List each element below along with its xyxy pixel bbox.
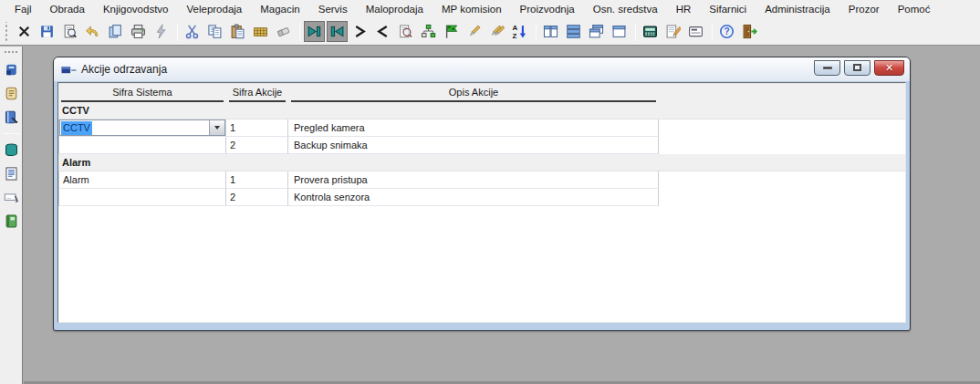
exit-door-button[interactable] [739,21,760,42]
less-button[interactable] [372,21,393,42]
batch-grid-button[interactable] [250,21,271,42]
calculator-button[interactable] [640,21,661,42]
cell-opis-akcije[interactable]: Provera pristupa [288,171,659,189]
cell-opis-akcije[interactable]: Backup snimaka [288,137,659,154]
book-pen-button[interactable] [2,108,21,127]
toolbar-separator [177,23,178,41]
cell-opis-akcije[interactable]: Kontrola senzora [288,189,659,206]
tile-horizontal-button[interactable] [563,21,584,42]
cell-sifra-sistema[interactable]: CCTV [58,119,226,137]
search-page-button[interactable] [395,21,416,42]
document-lines-button[interactable] [2,164,21,183]
new-window-icon [611,24,627,39]
menu-magacin[interactable]: Magacin [251,2,308,16]
window-titlebar[interactable]: Akcije odrzavanja ✕ [54,57,910,81]
window-client-area: Sifra Sistema Sifra Akcije Opis Akcije C… [57,82,906,323]
database-button[interactable] [2,140,21,160]
scroll-button[interactable] [2,84,21,103]
lightning-button[interactable] [151,21,172,42]
cell-sifra-sistema[interactable] [58,189,226,206]
menu-maloprodaja[interactable]: Maloprodaja [357,2,433,16]
menu-administracija[interactable]: Administracija [756,2,839,16]
sistem-combobox[interactable]: CCTV [59,119,225,136]
toolbar-separator [299,23,300,41]
minimize-button[interactable] [814,60,840,76]
record-last-button[interactable] [304,21,325,42]
new-window-button[interactable] [609,21,630,42]
sidebar-grip[interactable] [4,50,18,55]
copy-button[interactable] [204,21,225,42]
pages-blue-button[interactable] [105,21,126,42]
sort-az-button[interactable]: AZ [509,21,530,42]
row-filler [659,171,905,189]
cell-sifra-akcije[interactable]: 2 [226,189,288,206]
menu-proizvodnja[interactable]: Proizvodnja [511,2,584,16]
combobox-value-area[interactable]: CCTV [60,120,209,135]
help-button[interactable]: ? [716,21,737,42]
svg-text:Z: Z [513,32,517,39]
cell-sifra-akcije[interactable]: 1 [226,119,288,137]
eraser-icon [276,24,291,39]
record-first-button[interactable] [327,21,348,42]
menu-osn-sredstva[interactable]: Osn. sredstva [584,2,667,16]
window-title: Akcije odrzavanja [81,63,814,76]
restore-button[interactable] [844,60,871,76]
combobox-dropdown-button[interactable] [209,120,224,135]
menu-obrada[interactable]: Obrada [41,2,94,16]
printer-button[interactable] [128,21,149,42]
menu-knjigovodstvo[interactable]: Knjigovodstvo [94,2,178,16]
cell-sifra-akcije[interactable]: 1 [226,171,288,189]
paste-button[interactable] [227,21,248,42]
cell-sifra-sistema[interactable]: Alarm [58,171,226,189]
row-filler [659,137,905,154]
menu-servis[interactable]: Servis [309,2,357,16]
notebook-green-button[interactable] [2,212,21,231]
edit-page-button[interactable] [662,21,683,42]
copy-icon [207,24,223,39]
undo-button[interactable] [82,21,103,42]
menu-sifarnici[interactable]: Sifarnici [700,2,756,16]
combobox-selected-value: CCTV [61,121,92,135]
group-label: CCTV [58,102,905,119]
field-edit-button[interactable]: ... [2,188,21,207]
data-row[interactable]: CCTV1Pregled kamera [58,119,905,137]
data-row[interactable]: 2Backup snimaka [58,137,905,154]
flag-button[interactable] [441,21,462,42]
menu-hr[interactable]: HR [667,2,701,16]
toolbar-separator [712,23,713,41]
tree-button[interactable] [418,21,439,42]
toolbar-separator [536,23,537,41]
cell-sifra-akcije[interactable]: 2 [226,137,288,154]
close-button[interactable]: ✕ [874,60,904,76]
menu-fajl[interactable]: Fajl [5,2,41,16]
menu-veleprodaja[interactable]: Veleprodaja [178,2,252,16]
less-icon [375,24,391,39]
pens-button[interactable] [486,21,507,42]
restore-icon [853,64,861,71]
cascade-button[interactable] [586,21,607,42]
edit-page-icon [665,24,681,39]
pens-icon [489,24,505,39]
akcije-odrzavanja-window: Akcije odrzavanja ✕ Sifra Sistema Sifra … [53,57,911,331]
cell-sifra-sistema[interactable] [58,137,226,154]
print-preview-button[interactable] [59,21,80,42]
greater-button[interactable] [349,21,370,42]
menu-mp-komision[interactable]: MP komision [433,2,511,16]
data-row[interactable]: 2Kontrola senzora [58,189,905,206]
data-row[interactable]: Alarm1Provera pristupa [58,171,905,189]
close-x-button[interactable] [14,21,35,42]
cut-button[interactable] [182,21,203,42]
exit-door-icon [742,24,757,39]
form-blue-button[interactable] [2,60,21,79]
eraser-button[interactable] [273,21,294,42]
toolbar-grip[interactable] [3,22,10,42]
pen-button[interactable] [464,21,485,42]
tile-vertical-button[interactable] [540,21,561,42]
cell-opis-akcije[interactable]: Pregled kamera [288,119,659,137]
group-label: Alarm [58,154,905,171]
menu-pomo-[interactable]: Pomoć [889,2,940,16]
menu-prozor[interactable]: Prozor [839,2,889,16]
message-button[interactable] [685,21,706,42]
save-button[interactable] [36,21,57,42]
search-page-icon [398,24,413,39]
